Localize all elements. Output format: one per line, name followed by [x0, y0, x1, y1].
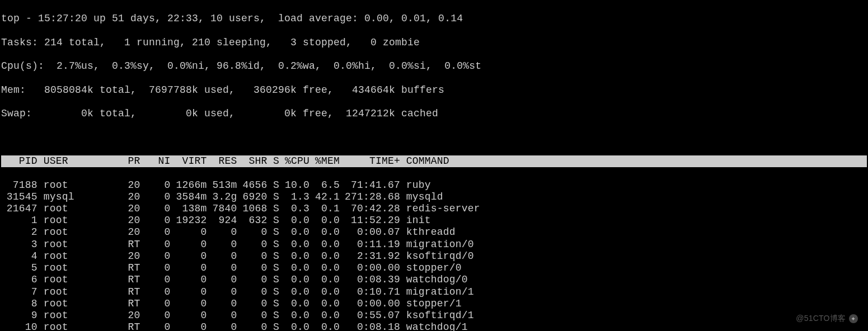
summary-swap: Swap: 0k total, 0k used, 0k free, 124721… — [1, 108, 867, 120]
column-header-row: PID USERPRNIVIRTRESSHRS%CPU%MEMTIME+COMM… — [1, 155, 867, 167]
watermark: @51CTO博客✦ — [796, 314, 858, 323]
col-shr: SHR — [237, 155, 267, 167]
summary-mem: Mem: 8058084k total, 7697788k used, 3602… — [1, 84, 867, 96]
col-ni: NI — [140, 155, 171, 167]
col-cmd: COMMAND — [400, 155, 449, 167]
col-s: S — [267, 155, 279, 167]
col-time: TIME+ — [340, 155, 400, 167]
col-pid: PID — [1, 155, 37, 167]
summary-cpu: Cpu(s): 2.7%us, 0.3%sy, 0.0%ni, 96.8%id,… — [1, 60, 867, 72]
process-row: 3 rootRT0000S0.00.00:11.19migration/0 — [1, 239, 867, 250]
process-row: 10 rootRT0000S0.00.00:08.18watchdog/1 — [1, 321, 867, 331]
process-row: 9 root200000S0.00.00:55.07ksoftirqd/1 — [1, 310, 867, 321]
summary-tasks: Tasks: 214 total, 1 running, 210 sleepin… — [1, 37, 867, 49]
col-cpu: %CPU — [279, 155, 309, 167]
process-row: 31545 mysql2003584m3.2g6920S1.342.1271:2… — [1, 191, 867, 203]
col-res: RES — [207, 155, 237, 167]
col-user: USER — [44, 155, 98, 167]
blank-line — [1, 132, 867, 144]
col-pr: PR — [98, 155, 140, 167]
process-row: 7 rootRT0000S0.00.00:10.71migration/1 — [1, 286, 867, 298]
process-row: 21647 root200138m78401068S0.30.170:42.28… — [1, 203, 867, 215]
summary-uptime: top - 15:27:20 up 51 days, 22:33, 10 use… — [1, 13, 867, 25]
process-row: 5 rootRT0000S0.00.00:00.00stopper/0 — [1, 262, 867, 274]
process-row: 2 root200000S0.00.00:00.07kthreadd — [1, 226, 867, 238]
process-row: 7188 root2001266m513m4656S10.06.571:41.6… — [1, 179, 867, 191]
col-virt: VIRT — [171, 155, 207, 167]
watermark-icon: ✦ — [849, 314, 858, 323]
process-row: 1 root20019232924632S0.00.011:52.29init — [1, 215, 867, 226]
process-list: 7188 root2001266m513m4656S10.06.571:41.6… — [1, 179, 867, 331]
process-row: 4 root200000S0.00.02:31.92ksoftirqd/0 — [1, 250, 867, 262]
terminal-output[interactable]: top - 15:27:20 up 51 days, 22:33, 10 use… — [0, 0, 868, 331]
col-mem: %MEM — [309, 155, 340, 167]
process-row: 8 rootRT0000S0.00.00:00.00stopper/1 — [1, 298, 867, 310]
process-row: 6 rootRT0000S0.00.00:08.39watchdog/0 — [1, 274, 867, 286]
